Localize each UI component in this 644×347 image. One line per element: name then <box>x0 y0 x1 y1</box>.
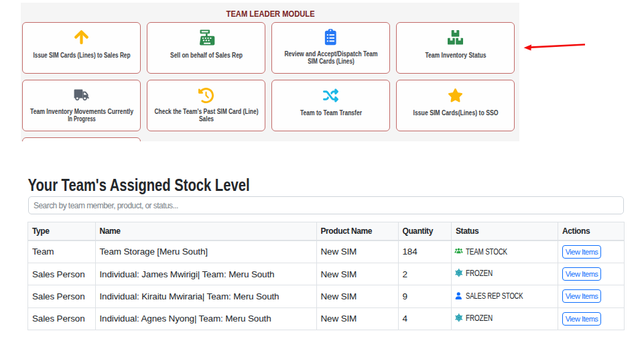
svg-text:FROZEN: FROZEN <box>466 314 493 322</box>
svg-text:TEAM STOCK: TEAM STOCK <box>466 247 507 256</box>
svg-text:Your Team's Assigned Stock Lev: Your Team's Assigned Stock Level <box>28 175 250 195</box>
svg-text:Issue SIM Cards(Lines) to SSO: Issue SIM Cards(Lines) to SSO <box>413 109 499 117</box>
svg-text:Team Inventory Status: Team Inventory Status <box>426 51 487 59</box>
svg-text:FROZEN: FROZEN <box>466 269 493 277</box>
svg-text:SALES REP STOCK: SALES REP STOCK <box>466 291 523 300</box>
